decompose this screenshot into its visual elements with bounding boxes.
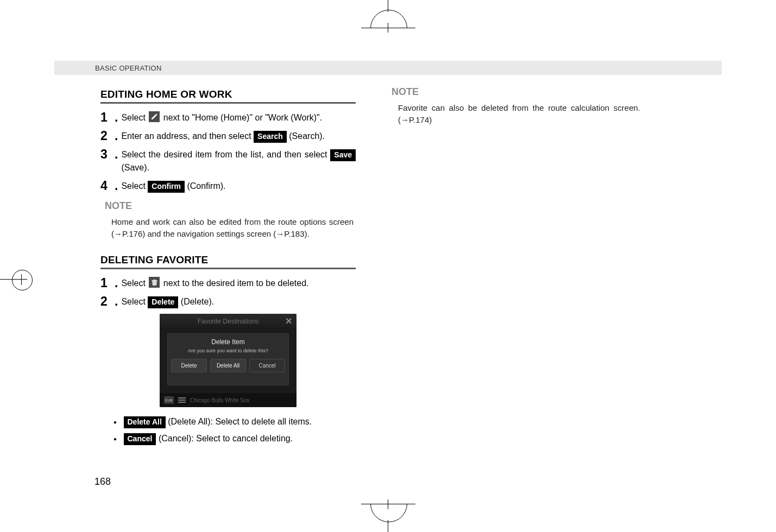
section-title-deleting: DELETING FAVORITE [100,254,356,266]
crop-mark-left [0,258,33,301]
pencil-icon: Edit [164,396,174,404]
note-body: Favorite can also be deleted from the ro… [398,102,640,126]
step-number: 2 [100,130,115,142]
step-number: 1 [100,277,115,289]
step-3: 3. Select the desired item from the list… [100,148,356,174]
step-text-pre: Select the desired item from the list, a… [121,150,330,159]
shot-dialog-buttons: Delete Delete All Cancel [168,359,288,372]
shot-delete-all-button: Delete All [210,359,246,372]
screenshot-delete-dialog: Favorite Destinations ✕ Delete Item Are … [160,314,296,407]
left-column: EDITING HOME OR WORK 1. Select next to "… [100,84,356,448]
content-columns: EDITING HOME OR WORK 1. Select next to "… [100,84,698,448]
step-body: Enter an address, and then select Search… [121,130,325,143]
step-number: 1 [100,111,115,123]
section-title-editing: EDITING HOME OR WORK [100,88,356,100]
shot-dialog-message: Are you sure you want to delete this? [168,348,288,359]
step-1: 1. Select next to "Home (Home)" or "Work… [100,111,356,124]
step-text-pre: Select [121,297,148,306]
step-text-post: (Confirm). [187,181,225,191]
right-column: NOTE Favorite can also be deleted from t… [387,84,642,448]
step-dot: . [115,180,118,192]
step-dot: . [115,148,118,160]
step-dot: . [115,295,118,307]
step-text-post: (Save). [121,163,149,172]
step-body: Select next to "Home (Home)" or "Work (W… [121,111,322,124]
delete-button: Delete [148,296,178,308]
bullet-cancel: Cancel (Cancel): Select to cancel deleti… [113,432,356,446]
step-dot: . [115,277,118,289]
deleting-steps: 1. Select next to the desired item to be… [100,277,356,308]
step-text-post: (Search). [289,131,325,141]
step-2: 2. Select Delete (Delete). [100,295,356,308]
section-rule [100,102,356,104]
step-body: Select Delete (Delete). [121,295,214,308]
step-text-post: next to "Home (Home)" or "Work (Work)". [163,113,322,122]
step-body: Select next to the desired item to be de… [121,277,308,290]
note-body: Home and work can also be edited from th… [111,216,354,240]
bullet-list: Delete All (Delete All): Select to delet… [113,415,356,446]
step-text-pre: Select [121,181,148,191]
step-body: Select the desired item from the list, a… [121,148,356,174]
step-text-post: next to the desired item to be deleted. [163,278,309,288]
search-button: Search [254,131,287,143]
shot-bottom-text: Chicago Bulls White Sox [190,397,250,403]
note-heading: NOTE [392,86,642,98]
step-number: 3 [100,148,115,160]
step-4: 4. Select Confirm (Confirm). [100,180,356,193]
shot-title: Favorite Destinations [198,318,259,325]
step-text-pre: Select [121,278,148,288]
running-header: BASIC OPERATION [54,61,722,75]
bullet-text: (Delete All): Select to delete all items… [168,417,312,426]
confirm-button: Confirm [148,181,185,193]
step-number: 4 [100,180,115,192]
step-dot: . [115,130,118,142]
bullet-delete-all: Delete All (Delete All): Select to delet… [113,415,356,429]
step-dot: . [115,111,118,123]
bullet-text: (Cancel): Select to cancel deleting. [159,434,293,443]
step-text-post: (Delete). [181,297,214,306]
delete-all-button: Delete All [124,416,166,428]
section-rule [100,268,356,269]
hamburger-icon [178,397,186,403]
page-number: 168 [94,476,111,487]
shot-dialog-title: Delete Item [168,334,288,348]
step-body: Select Confirm (Confirm). [121,180,225,193]
shot-dialog: Delete Item Are you sure you want to del… [167,333,289,385]
step-text-pre: Enter an address, and then select [121,131,254,141]
crop-mark-bottom [361,504,415,532]
pencil-icon [149,111,160,122]
shot-cancel-button: Cancel [249,359,285,372]
save-button: Save [330,149,356,161]
crop-mark-top [361,0,415,28]
page: BASIC OPERATION EDITING HOME OR WORK 1. … [0,0,776,532]
shot-bottombar: Edit Chicago Bulls White Sox [160,393,296,407]
step-1: 1. Select next to the desired item to be… [100,277,356,290]
step-text-pre: Select [121,113,148,122]
close-icon: ✕ [285,316,292,326]
shot-delete-button: Delete [171,359,207,372]
trash-icon [149,277,160,288]
step-number: 2 [100,295,115,307]
shot-titlebar: Favorite Destinations ✕ [160,314,296,329]
running-header-text: BASIC OPERATION [95,64,162,72]
cancel-button: Cancel [124,433,156,445]
note-heading: NOTE [105,200,356,212]
editing-steps: 1. Select next to "Home (Home)" or "Work… [100,111,356,193]
step-2: 2. Enter an address, and then select Sea… [100,130,356,143]
